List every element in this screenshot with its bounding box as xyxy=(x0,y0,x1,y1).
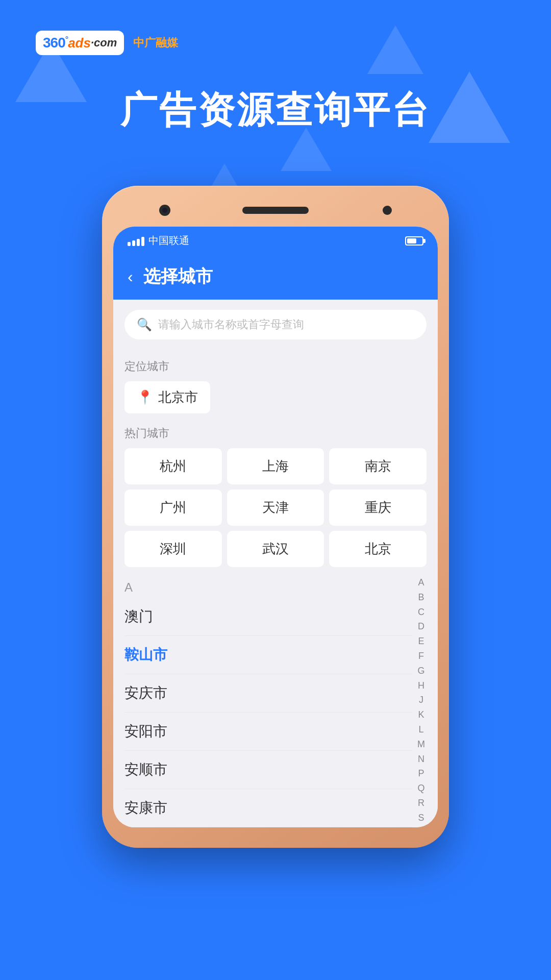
logo-360-text: 360° xyxy=(43,35,68,51)
alpha-H[interactable]: H xyxy=(418,678,424,693)
alpha-S[interactable]: S xyxy=(418,811,424,825)
logo: 360° ads ·com 中广融媒 xyxy=(36,31,515,55)
search-icon: 🔍 xyxy=(137,317,152,332)
signal-area: 中国联通 xyxy=(128,234,189,248)
hot-city-5[interactable]: 重庆 xyxy=(329,489,427,526)
hot-city-8[interactable]: 北京 xyxy=(329,531,427,567)
page-title: 广告资源查询平台 xyxy=(36,86,515,135)
city-list-container: A B C D E F G H J K L M N P Q xyxy=(124,575,427,827)
list-item-anqing[interactable]: 安庆市 xyxy=(124,674,412,713)
phone-mockup: 中国联通 ‹ 选择城市 🔍 请输入城市名称或首字母查询 xyxy=(0,186,551,848)
alpha-G[interactable]: G xyxy=(417,664,424,678)
battery-area xyxy=(405,236,423,246)
logo-ads-text: ads xyxy=(68,35,91,51)
location-pin-icon: 📍 xyxy=(137,389,153,405)
hot-city-7[interactable]: 武汉 xyxy=(227,531,324,567)
alpha-index-sidebar[interactable]: A B C D E F G H J K L M N P Q xyxy=(417,575,425,827)
hot-cities-label: 热门城市 xyxy=(124,426,427,441)
list-item-anshun[interactable]: 安顺市 xyxy=(124,751,412,789)
alpha-B[interactable]: B xyxy=(418,590,424,605)
alpha-Q[interactable]: Q xyxy=(417,781,424,796)
list-item-ankang[interactable]: 安康市 xyxy=(124,789,412,827)
alpha-R[interactable]: R xyxy=(418,796,424,811)
status-bar: 中国联通 xyxy=(113,227,438,255)
phone-body: 中国联通 ‹ 选择城市 🔍 请输入城市名称或首字母查询 xyxy=(102,186,449,848)
hot-city-6[interactable]: 深圳 xyxy=(124,531,222,567)
hot-city-4[interactable]: 天津 xyxy=(227,489,324,526)
location-section-label: 定位城市 xyxy=(124,359,427,374)
signal-bar-3 xyxy=(137,239,140,246)
list-item-anyang[interactable]: 安阳市 xyxy=(124,713,412,751)
signal-bars xyxy=(128,236,144,246)
phone-top-bar xyxy=(113,200,438,220)
search-input-wrap[interactable]: 🔍 请输入城市名称或首字母查询 xyxy=(124,310,427,339)
signal-bar-4 xyxy=(141,237,144,246)
battery-fill xyxy=(407,238,416,243)
carrier-name: 中国联通 xyxy=(148,234,189,248)
speaker-icon xyxy=(242,207,309,214)
alpha-F[interactable]: F xyxy=(418,649,424,664)
signal-bar-2 xyxy=(132,240,135,246)
list-item-anshan[interactable]: 鞍山市 xyxy=(124,636,412,674)
alpha-T[interactable]: T xyxy=(418,825,424,827)
alpha-E[interactable]: E xyxy=(418,634,424,649)
battery-icon xyxy=(405,236,423,246)
logo-subtitle-text: 中广融媒 xyxy=(133,35,178,51)
alpha-L[interactable]: L xyxy=(418,722,423,737)
location-city-name: 北京市 xyxy=(158,388,198,406)
alpha-M[interactable]: M xyxy=(417,737,425,752)
alpha-K[interactable]: K xyxy=(418,707,424,722)
alpha-A[interactable]: A xyxy=(418,575,424,590)
hot-cities-grid: 杭州 上海 南京 广州 天津 重庆 深圳 武汉 北京 xyxy=(124,448,427,567)
section-header-A: A xyxy=(124,575,412,598)
nav-title: 选择城市 xyxy=(143,265,213,288)
hot-city-2[interactable]: 南京 xyxy=(329,448,427,484)
search-placeholder: 请输入城市名称或首字母查询 xyxy=(158,317,304,332)
alpha-N[interactable]: N xyxy=(418,752,424,767)
hot-city-1[interactable]: 上海 xyxy=(227,448,324,484)
header: 360° ads ·com 中广融媒 广告资源查询平台 xyxy=(0,0,551,186)
sensor-icon xyxy=(383,206,392,215)
list-item-aomen[interactable]: 澳门 xyxy=(124,598,412,636)
signal-bar-1 xyxy=(128,242,131,246)
alpha-J[interactable]: J xyxy=(419,693,423,707)
alpha-D[interactable]: D xyxy=(418,619,424,634)
hot-city-3[interactable]: 广州 xyxy=(124,489,222,526)
nav-bar: ‹ 选择城市 xyxy=(113,255,438,300)
hot-city-0[interactable]: 杭州 xyxy=(124,448,222,484)
city-list: A 澳门 鞍山市 安庆市 安阳市 安顺市 安康市 xyxy=(124,575,427,827)
logo-box: 360° ads ·com xyxy=(36,31,124,55)
phone-screen: 中国联通 ‹ 选择城市 🔍 请输入城市名称或首字母查询 xyxy=(113,227,438,827)
alpha-C[interactable]: C xyxy=(418,605,424,620)
content-area: 定位城市 📍 北京市 热门城市 杭州 上海 南京 广州 天津 重庆 深圳 武汉 … xyxy=(113,350,438,827)
front-camera-icon xyxy=(159,205,170,216)
back-button[interactable]: ‹ xyxy=(128,267,133,286)
logo-dotcom-text: ·com xyxy=(91,36,117,50)
location-city-button[interactable]: 📍 北京市 xyxy=(124,381,210,413)
alpha-P[interactable]: P xyxy=(418,766,424,781)
search-area: 🔍 请输入城市名称或首字母查询 xyxy=(113,300,438,350)
